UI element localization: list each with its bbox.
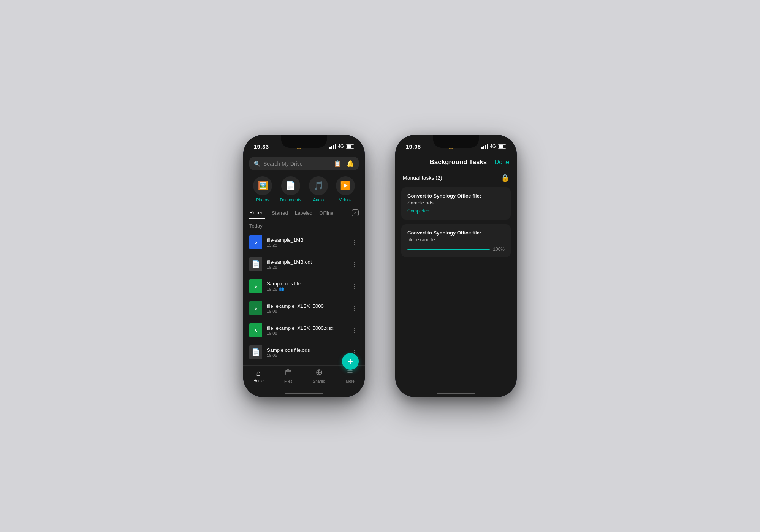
file-name: file_example_XLSX_5000.xlsx [267, 325, 345, 331]
more-options-icon[interactable]: ⋮ [350, 305, 359, 312]
status-time-phone1: 19:33 [254, 143, 269, 150]
file-name: file-sample_1MB.odt [267, 259, 345, 265]
status-icons-phone1: 4G [329, 144, 354, 149]
file-meta: 19:05 [267, 353, 345, 358]
battery-fill-phone2 [499, 145, 504, 148]
more-icon [346, 369, 354, 378]
task-card-header-2: Convert to Synology Office file: file_ex… [407, 230, 505, 243]
videos-icon: ▶️ [340, 181, 350, 191]
file-meta: 19:26 👥 [267, 287, 345, 291]
tab-starred[interactable]: Starred [272, 207, 288, 219]
file-icon-doc-synology: S [249, 235, 262, 249]
bg-tasks-title: Background Tasks [422, 158, 495, 166]
tabs-row: Recent Starred Labeled Offline ✓ [243, 207, 365, 219]
select-all-checkbox[interactable]: ✓ [352, 209, 359, 216]
lock-icon[interactable]: 🔒 [501, 174, 509, 182]
file-name: Sample ods file [267, 281, 345, 287]
quick-item-documents[interactable]: 📄 Documents [280, 176, 301, 202]
videos-icon-wrap: ▶️ [336, 176, 355, 195]
file-info: file-sample_1MB 19:28 [267, 237, 345, 247]
more-options-icon[interactable]: ⋮ [350, 327, 359, 334]
bg-tasks-header: Background Tasks Done [395, 154, 517, 170]
file-list: S file-sample_1MB 19:28 ⋮ 📄 file-sample [243, 231, 365, 365]
task-card-2: Convert to Synology Office file: file_ex… [401, 224, 511, 257]
tab-recent[interactable]: Recent [249, 207, 265, 219]
notification-bell-icon-2: 🔔 [448, 144, 454, 149]
nav-label-files: Files [284, 379, 292, 383]
phone-bg-tasks: 19:08 🔔 4G Back [395, 135, 517, 397]
file-name: Sample ods file.ods [267, 347, 345, 353]
file-info: file_example_XLSX_5000 19:08 [267, 303, 345, 314]
task-card-text-2: Convert to Synology Office file: file_ex… [407, 230, 496, 243]
phone1-screen: 19:33 🔔 4G [243, 135, 365, 397]
file-meta: 19:08 [267, 309, 345, 314]
more-options-icon[interactable]: ⋮ [350, 283, 359, 290]
notification-bell-icon: 🔔 [296, 144, 302, 149]
nav-label-home: Home [253, 379, 264, 383]
file-meta: 19:08 [267, 331, 345, 336]
status-bar-phone1: 19:33 🔔 4G [243, 135, 365, 154]
task-card-text-1: Convert to Synology Office file: Sample … [407, 193, 496, 214]
add-fab-button[interactable]: + [342, 353, 359, 370]
phone-drive: 19:33 🔔 4G [243, 135, 365, 397]
file-name: file-sample_1MB [267, 237, 345, 243]
task-progress-row: 100% [407, 247, 505, 252]
bell-icon-search[interactable]: 🔔 [347, 160, 354, 167]
videos-label: Videos [339, 198, 352, 202]
photos-icon-wrap: 🖼️ [253, 176, 272, 195]
task-card-1: Convert to Synology Office file: Sample … [401, 187, 511, 220]
file-meta: 19:28 [267, 265, 345, 269]
nav-item-files[interactable]: Files [284, 369, 292, 383]
file-meta: 19:28 [267, 243, 345, 247]
shared-icon: 👥 [279, 287, 284, 291]
task-title-bold-1: Convert to Synology Office file: [407, 193, 481, 199]
photos-label: Photos [256, 198, 269, 202]
task-more-options-icon-1[interactable]: ⋮ [496, 193, 505, 200]
done-button[interactable]: Done [495, 159, 509, 166]
home-indicator-2 [437, 393, 475, 394]
list-item[interactable]: 📄 file-sample_1MB.odt 19:28 ⋮ [243, 253, 365, 275]
file-name: file_example_XLSX_5000 [267, 303, 345, 309]
audio-label: Audio [313, 198, 324, 202]
home-indicator [285, 393, 323, 394]
status-icons-phone2: 4G [481, 144, 506, 149]
more-options-icon[interactable]: ⋮ [350, 261, 359, 268]
documents-icon-wrap: 📄 [281, 176, 300, 195]
list-item[interactable]: S file_example_XLSX_5000 19:08 ⋮ [243, 297, 365, 319]
home-icon: ⌂ [256, 369, 261, 378]
list-item[interactable]: S file-sample_1MB 19:28 ⋮ [243, 231, 365, 253]
file-icon-plain: 📄 [249, 345, 262, 359]
task-more-options-icon-2[interactable]: ⋮ [496, 230, 505, 237]
network-type-phone2: 4G [490, 144, 496, 149]
nav-item-more[interactable]: More [346, 369, 355, 383]
task-title-rest-1: Sample ods... [407, 200, 438, 206]
progress-percentage: 100% [493, 247, 505, 252]
signal-bars-phone1 [329, 144, 336, 149]
list-item[interactable]: X file_example_XLSX_5000.xlsx 19:08 ⋮ [243, 319, 365, 341]
quick-item-audio[interactable]: 🎵 Audio [309, 176, 328, 202]
battery-fill-phone1 [347, 145, 352, 148]
audio-icon: 🎵 [314, 181, 324, 191]
audio-icon-wrap: 🎵 [309, 176, 328, 195]
quick-item-photos[interactable]: 🖼️ Photos [253, 176, 272, 202]
tab-labeled[interactable]: Labeled [295, 207, 312, 219]
scene: 19:33 🔔 4G [0, 0, 760, 532]
quick-item-videos[interactable]: ▶️ Videos [336, 176, 355, 202]
tab-offline[interactable]: Offline [319, 207, 333, 219]
file-icon-xlsx-green: S [249, 301, 262, 315]
status-time-phone2: 19:08 [406, 143, 421, 150]
more-options-icon[interactable]: ⋮ [350, 239, 359, 246]
drive-screen-content: 🔍 Search My Drive 📋 🔔 🖼️ Photos [243, 154, 365, 397]
phone2-screen: 19:08 🔔 4G Back [395, 135, 517, 397]
nav-item-home[interactable]: ⌂ Home [253, 369, 264, 383]
task-title-rest-2: file_example... [407, 237, 439, 242]
network-type-phone1: 4G [338, 144, 344, 149]
search-bar[interactable]: 🔍 Search My Drive 📋 🔔 [249, 157, 359, 170]
documents-icon: 📄 [285, 181, 296, 191]
signal-bars-phone2 [481, 144, 488, 149]
nav-item-shared[interactable]: Shared [313, 369, 325, 383]
manual-tasks-label: Manual tasks (2) [403, 175, 442, 181]
clipboard-icon[interactable]: 📋 [334, 160, 341, 167]
task-title-bold-2: Convert to Synology Office file: [407, 230, 481, 236]
list-item[interactable]: S Sample ods file 19:26 👥 ⋮ [243, 275, 365, 297]
